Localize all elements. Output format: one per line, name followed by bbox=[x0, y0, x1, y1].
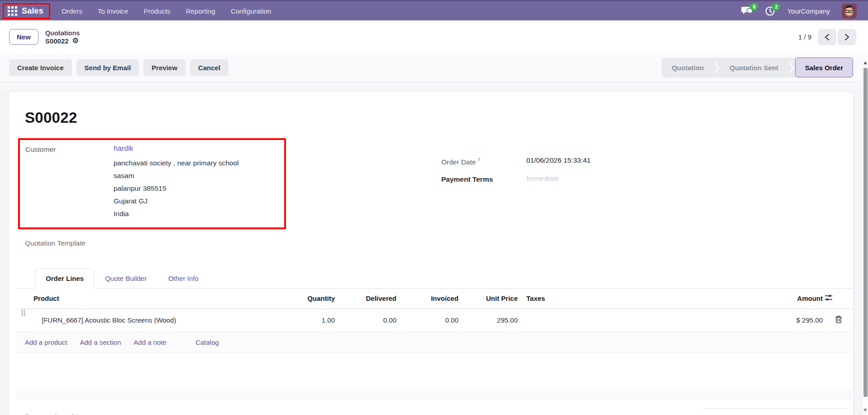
order-title: S00022 bbox=[25, 109, 853, 126]
column-amount[interactable]: Amount bbox=[752, 289, 824, 309]
pager-previous-button[interactable] bbox=[818, 29, 836, 45]
create-invoice-button[interactable]: Create Invoice bbox=[9, 59, 72, 76]
menu-orders[interactable]: Orders bbox=[54, 1, 90, 20]
top-navbar: Sales Orders To Invoice Products Reporti… bbox=[0, 0, 868, 20]
notebook-tabs: Order Lines Quote Builder Other Info bbox=[16, 268, 852, 289]
cell-amount: $ 295.00 bbox=[752, 309, 824, 332]
cell-product[interactable]: [FURN_6667] Acoustic Bloc Screens (Wood) bbox=[30, 309, 290, 332]
payment-terms-input[interactable]: Immediate bbox=[526, 174, 559, 183]
user-avatar[interactable] bbox=[842, 4, 857, 19]
list-end-strip bbox=[16, 389, 852, 399]
order-line-row[interactable]: [FURN_6667] Acoustic Bloc Screens (Wood)… bbox=[16, 309, 853, 332]
menu-products[interactable]: Products bbox=[136, 1, 178, 20]
main-menu: Orders To Invoice Products Reporting Con… bbox=[54, 1, 279, 20]
tab-quote-builder[interactable]: Quote Builder bbox=[94, 269, 157, 288]
column-delivered[interactable]: Delivered bbox=[335, 289, 396, 309]
customer-address: panchavati society , near primary school… bbox=[114, 157, 239, 220]
scroll-down-arrow-icon[interactable] bbox=[863, 409, 867, 412]
pager-next-button[interactable] bbox=[838, 29, 856, 45]
cell-quantity[interactable]: 1.00 bbox=[290, 309, 335, 332]
messages-button[interactable]: 8 bbox=[741, 6, 753, 16]
column-product[interactable]: Product bbox=[30, 289, 290, 309]
scroll-up-arrow-icon[interactable] bbox=[863, 61, 867, 64]
terms-and-conditions-input[interactable]: Terms and conditions bbox=[25, 413, 89, 415]
scrollbar-thumb[interactable] bbox=[863, 68, 868, 397]
apps-grid-icon[interactable] bbox=[8, 6, 17, 16]
add-a-section-link[interactable]: Add a section bbox=[80, 338, 121, 346]
app-name[interactable]: Sales bbox=[22, 6, 43, 16]
annotation-box-navbar: Sales bbox=[3, 3, 50, 19]
help-icon[interactable]: ? bbox=[477, 157, 480, 163]
cell-unit-price[interactable]: 295.00 bbox=[458, 309, 518, 332]
menu-configuration[interactable]: Configuration bbox=[223, 1, 279, 20]
handle-column-header bbox=[16, 289, 30, 309]
form-view: S00022 Customer hardik panchavati societ… bbox=[0, 91, 868, 415]
cell-taxes[interactable] bbox=[518, 309, 752, 332]
customer-label: Customer bbox=[25, 145, 114, 220]
sliders-icon bbox=[824, 293, 833, 302]
trash-icon bbox=[835, 315, 842, 323]
address-line: India bbox=[114, 208, 239, 220]
preview-button[interactable]: Preview bbox=[143, 59, 186, 76]
messages-badge: 8 bbox=[750, 3, 758, 11]
cancel-button[interactable]: Cancel bbox=[190, 59, 229, 76]
breadcrumb: Quotations S00022 ⚙ bbox=[45, 29, 80, 45]
gear-icon[interactable]: ⚙ bbox=[72, 37, 79, 44]
add-a-product-link[interactable]: Add a product bbox=[25, 338, 67, 346]
column-taxes[interactable]: Taxes bbox=[518, 289, 752, 309]
column-quantity[interactable]: Quantity bbox=[290, 289, 335, 309]
sheet-footer: Terms and conditions Untaxed Amount: $ 2… bbox=[9, 399, 853, 415]
chevron-right-icon bbox=[844, 34, 849, 41]
new-button[interactable]: New bbox=[9, 29, 38, 45]
annotation-box-customer: Customer hardik panchavati society , nea… bbox=[18, 138, 286, 229]
step-quotation[interactable]: Quotation bbox=[662, 58, 714, 77]
table-header-row: Product Quantity Delivered Invoiced Unit… bbox=[16, 289, 853, 309]
chevron-separator-icon bbox=[714, 61, 720, 74]
address-line: Gujarat GJ bbox=[114, 195, 239, 208]
activities-badge: 2 bbox=[772, 3, 780, 11]
menu-to-invoice[interactable]: To Invoice bbox=[90, 1, 136, 20]
step-quotation-sent[interactable]: Quotation Sent bbox=[720, 58, 788, 77]
payment-terms-label: Payment Terms bbox=[441, 174, 526, 183]
order-date-value[interactable]: 01/06/2026 15:33:41 bbox=[526, 156, 591, 166]
order-lines-table: Product Quantity Delivered Invoiced Unit… bbox=[16, 289, 852, 332]
sheet: S00022 Customer hardik panchavati societ… bbox=[8, 91, 854, 415]
column-invoiced[interactable]: Invoiced bbox=[396, 289, 458, 309]
add-line-row: Add a product Add a section Add a note C… bbox=[16, 332, 852, 353]
company-switcher[interactable]: YourCompany bbox=[787, 7, 830, 15]
control-panel: New Quotations S00022 ⚙ 1 / 9 bbox=[0, 20, 868, 53]
add-a-note-link[interactable]: Add a note bbox=[134, 338, 167, 346]
order-date-label: Order Date? bbox=[441, 156, 526, 166]
step-sales-order-active[interactable]: Sales Order bbox=[795, 58, 853, 77]
column-unit-price[interactable]: Unit Price bbox=[458, 289, 518, 309]
empty-list-area bbox=[9, 353, 853, 389]
tab-order-lines[interactable]: Order Lines bbox=[35, 268, 94, 289]
breadcrumb-current: S00022 bbox=[45, 37, 69, 45]
chevron-left-icon bbox=[825, 34, 830, 41]
address-line: panchavati society , near primary school bbox=[114, 157, 239, 169]
activities-button[interactable]: 2 bbox=[765, 6, 775, 16]
drag-handle-icon[interactable] bbox=[16, 309, 30, 332]
pager-count: 1 / 9 bbox=[798, 33, 811, 41]
statusbar: Create Invoice Send by Email Preview Can… bbox=[0, 53, 868, 82]
optional-columns-button[interactable] bbox=[824, 289, 853, 309]
status-pipeline: Quotation Quotation Sent Sales Order bbox=[662, 58, 853, 77]
delete-line-button[interactable] bbox=[824, 309, 853, 332]
chevron-separator-icon bbox=[788, 61, 794, 74]
record-pager: 1 / 9 bbox=[798, 29, 856, 45]
customer-link[interactable]: hardik bbox=[114, 145, 134, 152]
cell-invoiced[interactable]: 0.00 bbox=[396, 309, 458, 332]
address-line: sasam bbox=[114, 169, 239, 182]
totals-block: Untaxed Amount: $ 295.00 bbox=[703, 408, 848, 415]
address-line: palanpur 385515 bbox=[114, 182, 239, 195]
vertical-scrollbar[interactable] bbox=[862, 58, 868, 415]
catalog-link[interactable]: Catalog bbox=[196, 338, 219, 346]
breadcrumb-quotations[interactable]: Quotations bbox=[45, 29, 80, 37]
tab-other-info[interactable]: Other Info bbox=[157, 269, 210, 288]
cell-delivered[interactable]: 0.00 bbox=[335, 309, 396, 332]
quotation-template-label: Quotation Template bbox=[25, 239, 853, 247]
send-by-email-button[interactable]: Send by Email bbox=[76, 59, 139, 76]
menu-reporting[interactable]: Reporting bbox=[178, 1, 223, 20]
